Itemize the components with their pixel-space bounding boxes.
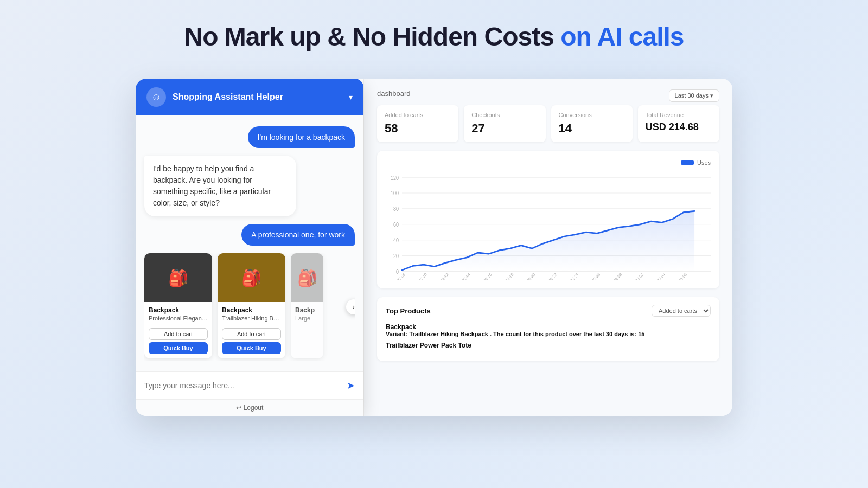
headline-accent: on AI calls	[560, 22, 684, 51]
svg-text:02-14: 02-14	[461, 272, 471, 280]
svg-text:03-04: 03-04	[656, 272, 666, 280]
svg-text:60: 60	[393, 222, 399, 228]
chat-header-left: ☺ Shopping Assistant Helper	[146, 87, 283, 107]
svg-text:02-28: 02-28	[612, 272, 623, 280]
top-product-item-1: Trailblazer Power Pack Tote	[386, 342, 711, 349]
chat-header: ☺ Shopping Assistant Helper ▾	[136, 79, 363, 115]
svg-text:03-06: 03-06	[678, 272, 688, 280]
product-card-1: 🎒 Backpack Professional Elegance W... Ad…	[144, 253, 212, 358]
count-label-0: . The count for this product over the la…	[490, 331, 638, 337]
date-range-label: Last 30 days	[675, 92, 709, 99]
product-actions-2: Add to cart Quick Buy	[218, 326, 285, 358]
page-headline: No Mark up & No Hidden Costs on AI calls	[184, 22, 684, 52]
svg-text:120: 120	[391, 175, 399, 181]
svg-text:02-16: 02-16	[483, 272, 493, 280]
chat-input[interactable]	[144, 381, 341, 390]
carousel-next-button[interactable]: ›	[346, 299, 355, 314]
svg-text:02-20: 02-20	[526, 272, 537, 280]
stat-card-0: Added to carts 58	[377, 105, 458, 142]
stat-label-0: Added to carts	[385, 112, 451, 118]
logout-label: Logout	[244, 404, 264, 412]
product-carousel: 🎒 Backpack Professional Elegance W... Ad…	[144, 253, 355, 361]
svg-text:02-10: 02-10	[418, 272, 428, 280]
quick-buy-button-2[interactable]: Quick Buy	[222, 342, 281, 354]
top-product-name-1: Trailblazer Power Pack Tote	[386, 342, 711, 349]
headline-part1: No Mark up & No Hidden Costs	[184, 22, 554, 51]
product-variant-3: Large	[295, 315, 319, 322]
product-name-1: Backpack	[149, 306, 208, 314]
user-bubble-1: I'm looking for a backpack	[248, 126, 355, 148]
stat-label-3: Total Revenue	[646, 112, 712, 118]
ui-container: ☺ Shopping Assistant Helper ▾ I'm lookin…	[136, 79, 732, 416]
variant-value-0: Trailblazer Hiking Backpack	[409, 331, 488, 337]
svg-text:80: 80	[393, 206, 399, 213]
top-products-filter[interactable]: Added to carts	[652, 305, 711, 317]
add-to-cart-button-1[interactable]: Add to cart	[149, 328, 208, 340]
svg-text:03-02: 03-02	[634, 272, 644, 280]
top-product-variant-0: Variant: Trailblazer Hiking Backpack . T…	[386, 331, 711, 337]
add-to-cart-button-2[interactable]: Add to cart	[222, 328, 281, 340]
top-products-section: Top Products Added to carts Backpack Var…	[377, 297, 719, 361]
stat-value-2: 14	[559, 121, 625, 136]
product-actions-1: Add to cart Quick Buy	[144, 326, 212, 358]
quick-buy-button-1[interactable]: Quick Buy	[149, 342, 208, 354]
bot-message-1: I'd be happy to help you find a backpack…	[144, 156, 355, 216]
svg-text:02-26: 02-26	[591, 272, 601, 280]
count-value-0: 15	[638, 331, 644, 337]
svg-text:0: 0	[396, 268, 399, 275]
product-variant-2: Trailblazer Hiking Backpa...	[222, 315, 281, 322]
stat-value-1: 27	[471, 121, 538, 136]
svg-text:20: 20	[393, 253, 399, 260]
product-info-1: Backpack Professional Elegance W...	[144, 302, 212, 326]
stat-value-0: 58	[385, 121, 451, 136]
svg-text:100: 100	[391, 190, 399, 197]
date-range-selector[interactable]: Last 30 days ▾	[669, 89, 719, 102]
user-message-1: I'm looking for a backpack	[248, 126, 355, 148]
stat-value-3: USD 214.68	[646, 121, 712, 133]
user-message-2: A professional one, for work	[241, 224, 355, 246]
dashboard-panel: dashboard Last 30 days ▾ Added to carts …	[363, 79, 732, 416]
stats-row: Added to carts 58 Checkouts 27 Conversio…	[377, 105, 719, 142]
chart-container: Uses 0 20 40 60 80	[377, 151, 719, 288]
user-bubble-2: A professional one, for work	[241, 224, 355, 246]
stat-card-1: Checkouts 27	[464, 105, 545, 142]
svg-text:02-18: 02-18	[505, 272, 515, 280]
stat-label-2: Conversions	[559, 112, 625, 118]
chart-legend: Uses	[386, 159, 711, 166]
chat-input-area: ➤	[136, 371, 363, 399]
stat-label-1: Checkouts	[471, 112, 538, 118]
chat-panel: ☺ Shopping Assistant Helper ▾ I'm lookin…	[136, 79, 363, 416]
send-button[interactable]: ➤	[347, 380, 355, 391]
legend-color-dot	[681, 160, 694, 165]
svg-text:02-22: 02-22	[547, 272, 558, 280]
dashboard-title: dashboard	[377, 89, 719, 98]
product-variant-1: Professional Elegance W...	[149, 315, 208, 322]
chart-area: 0 20 40 60 80 100 120	[386, 171, 711, 280]
svg-text:40: 40	[393, 237, 399, 244]
date-range-button[interactable]: Last 30 days ▾	[669, 89, 719, 102]
logout-button[interactable]: ↩ Logout	[236, 404, 264, 412]
logout-icon: ↩	[236, 404, 241, 412]
svg-text:02-12: 02-12	[439, 272, 450, 280]
top-products-title: Top Products	[386, 307, 431, 315]
stat-card-2: Conversions 14	[551, 105, 633, 142]
chevron-down-icon[interactable]: ▾	[349, 93, 353, 101]
variant-label-0: Variant:	[386, 331, 409, 337]
product-card-2: 🎒 Backpack Trailblazer Hiking Backpa... …	[218, 253, 285, 358]
stat-card-3: Total Revenue USD 214.68	[638, 105, 719, 142]
product-info-3: Backp Large	[291, 302, 323, 326]
product-name-2: Backpack	[222, 306, 281, 314]
chat-messages-area: I'm looking for a backpack I'd be happy …	[136, 115, 363, 371]
product-image-2: 🎒	[218, 253, 285, 302]
logout-area: ↩ Logout	[136, 399, 363, 416]
product-name-3: Backp	[295, 306, 319, 314]
bot-bubble-1: I'd be happy to help you find a backpack…	[144, 156, 296, 216]
svg-text:02-24: 02-24	[569, 272, 579, 280]
product-image-3: 🎒	[291, 253, 323, 302]
product-image-1: 🎒	[144, 253, 212, 302]
chart-legend-label: Uses	[697, 159, 711, 166]
top-product-name-0: Backpack	[386, 323, 711, 331]
top-product-item-0: Backpack Variant: Trailblazer Hiking Bac…	[386, 323, 711, 337]
chart-svg: 0 20 40 60 80 100 120	[386, 171, 711, 280]
product-info-2: Backpack Trailblazer Hiking Backpa...	[218, 302, 285, 326]
